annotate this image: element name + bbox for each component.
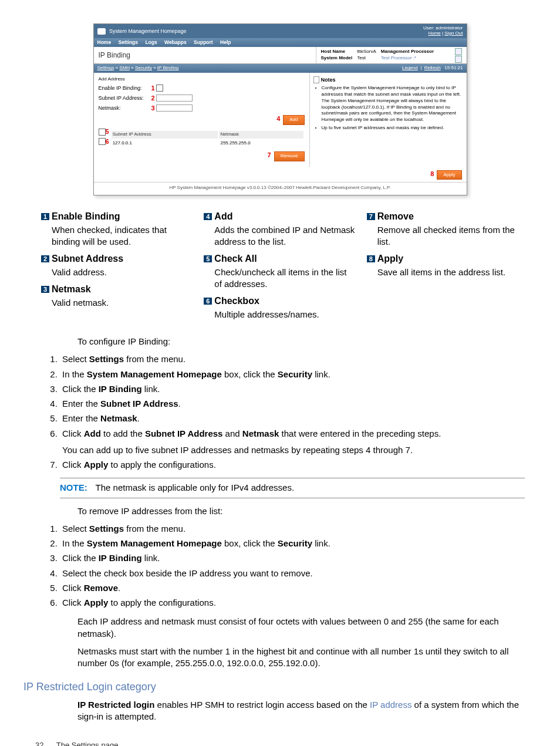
legend-link[interactable]: Legend: [402, 65, 418, 70]
signout-link[interactable]: Sign Out: [444, 31, 463, 36]
add-button[interactable]: Add: [283, 115, 304, 125]
row-checkbox[interactable]: [99, 138, 106, 145]
add-header: Add Address: [99, 76, 305, 83]
notes-panel: Notes Configure the System Management Ho…: [309, 73, 467, 167]
netmask-label: Netmask:: [99, 104, 151, 112]
time-label: 15:51:21: [444, 65, 463, 70]
checkall-checkbox[interactable]: [99, 129, 106, 136]
title-bar: System Management Homepage User: adminis…: [94, 24, 467, 38]
menu-bar: Home Settings Logs Webapps Support Help: [94, 38, 467, 47]
doc-icon: [313, 76, 319, 83]
view-icons: [450, 47, 467, 63]
home-link[interactable]: Home: [428, 31, 440, 36]
app-title: System Management Homepage: [109, 28, 187, 34]
subnet-label: Subnet IP Address:: [99, 94, 151, 102]
enable-label: Enable IP Binding:: [99, 85, 151, 92]
enable-checkbox[interactable]: [156, 85, 163, 92]
menu-help[interactable]: Help: [220, 39, 231, 45]
hp-logo-icon: [97, 28, 106, 35]
configure-steps: Select Settings from the menu. In the Sy…: [35, 353, 525, 471]
ip-address-link[interactable]: IP address: [370, 700, 411, 710]
breadcrumb: Settings » SMH » Security » IP Binding: [97, 65, 179, 72]
address-table: Subnet IP AddressNetmask 127.0.0.1255.25…: [110, 130, 305, 148]
table-row: 127.0.0.1255.255.255.0: [112, 140, 303, 147]
host-info: Host Name itteSorvA Management Processor…: [316, 47, 450, 63]
document-body: To configure IP Binding: Select Settings…: [35, 336, 525, 746]
note-box: NOTE: The netmask is applicable only for…: [60, 478, 525, 498]
menu-support[interactable]: Support: [194, 39, 213, 45]
menu-settings[interactable]: Settings: [119, 39, 139, 45]
app-footer: HP System Management Homepage v3.0.0.13 …: [94, 182, 467, 195]
remove-button[interactable]: Remove: [274, 151, 305, 161]
subnet-input[interactable]: [156, 94, 193, 102]
page-title: IP Binding: [94, 47, 316, 63]
callout-legend: 1Enable BindingWhen checked, indicates t…: [41, 210, 519, 325]
remove-steps: Select Settings from the menu. In the Sy…: [35, 523, 525, 609]
section-heading: IP Restricted Login category: [23, 680, 525, 694]
menu-home[interactable]: Home: [97, 39, 112, 45]
refresh-link[interactable]: Refresh: [424, 65, 441, 70]
page-footer: 32 The Settings page: [35, 740, 525, 746]
view-grid-icon[interactable]: [455, 56, 462, 63]
app-screenshot: System Management Homepage User: adminis…: [93, 23, 467, 195]
netmask-input[interactable]: [156, 104, 193, 112]
view-list-icon[interactable]: [455, 48, 462, 55]
menu-webapps[interactable]: Webapps: [164, 39, 187, 45]
breadcrumb-bar: Settings » SMH » Security » IP Binding L…: [94, 64, 467, 73]
apply-button[interactable]: Apply: [437, 170, 461, 180]
menu-logs[interactable]: Logs: [145, 39, 157, 45]
